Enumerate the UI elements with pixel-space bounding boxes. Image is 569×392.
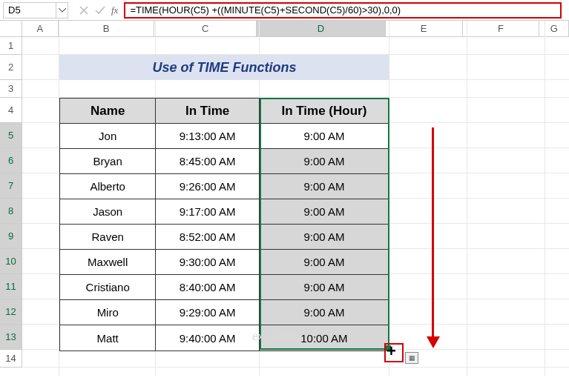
- cancel-formula-button[interactable]: [76, 2, 92, 19]
- page-title: Use of TIME Functions: [59, 55, 389, 80]
- table-header-row: Name In Time In Time (Hour): [60, 99, 389, 124]
- cell-name[interactable]: Jason: [60, 199, 156, 225]
- table-row[interactable]: Raven8:52:00 AM9:00 AM: [60, 225, 389, 250]
- cell-name[interactable]: Cristiano: [60, 275, 156, 300]
- cell-in-time[interactable]: 9:17:00 AM: [156, 199, 259, 225]
- row-header-10[interactable]: 10: [0, 249, 22, 274]
- cell-name[interactable]: Alberto: [60, 174, 156, 199]
- row-header-1[interactable]: 1: [0, 37, 22, 55]
- row-header-9[interactable]: 9: [0, 224, 22, 249]
- cell-in-time[interactable]: 9:26:00 AM: [156, 174, 259, 199]
- arrow-annotation-head: [427, 336, 440, 348]
- cell-in-time-hour[interactable]: 9:00 AM: [260, 275, 389, 300]
- cell-in-time[interactable]: 8:52:00 AM: [156, 225, 259, 250]
- cell-name[interactable]: Jon: [60, 124, 156, 149]
- row-header-5[interactable]: 5: [0, 123, 22, 148]
- cell-in-time[interactable]: 8:40:00 AM: [156, 275, 259, 300]
- cell-in-time[interactable]: 8:45:00 AM: [156, 149, 259, 174]
- cell-in-time-hour[interactable]: 10:00 AM: [260, 325, 389, 351]
- row-header-12[interactable]: 12: [0, 299, 22, 325]
- row-header-3[interactable]: 3: [0, 80, 22, 98]
- confirm-formula-button[interactable]: [92, 2, 108, 19]
- cell-in-time-hour[interactable]: 9:00 AM: [260, 124, 389, 149]
- row-header-7[interactable]: 7: [0, 173, 22, 199]
- data-table: Name In Time In Time (Hour) Jon9:13:00 A…: [59, 98, 389, 351]
- formula-bar[interactable]: =TIME(HOUR(C5) +((MINUTE(C5)+SECOND(C5)/…: [124, 2, 562, 19]
- name-box-dropdown[interactable]: [56, 2, 68, 19]
- header-in-time: In Time: [156, 99, 259, 124]
- cell-in-time[interactable]: 9:13:00 AM: [156, 124, 259, 149]
- table-row[interactable]: Alberto9:26:00 AM9:00 AM: [60, 174, 389, 199]
- check-icon: [95, 6, 105, 15]
- cell-name[interactable]: Miro: [60, 300, 156, 325]
- row-header-14[interactable]: 14: [0, 350, 22, 368]
- name-box[interactable]: D5: [3, 2, 56, 19]
- table-row[interactable]: Jon9:13:00 AM9:00 AM: [60, 124, 389, 149]
- row-header-4[interactable]: 4: [0, 98, 22, 123]
- plus-cursor-icon: +: [387, 343, 396, 359]
- cell-name[interactable]: Raven: [60, 225, 156, 250]
- fx-icon[interactable]: fx: [108, 4, 121, 16]
- cell-in-time-hour[interactable]: 9:00 AM: [260, 199, 389, 225]
- cell-in-time-hour[interactable]: 9:00 AM: [260, 174, 389, 199]
- cell-in-time-hour[interactable]: 9:00 AM: [260, 300, 389, 325]
- table-row[interactable]: Miro9:29:00 AM9:00 AM: [60, 300, 389, 325]
- header-in-time-hour: In Time (Hour): [260, 99, 389, 124]
- cell-name[interactable]: Bryan: [60, 149, 156, 174]
- arrow-annotation-line: [432, 127, 434, 339]
- row-header-13[interactable]: 13: [0, 325, 22, 350]
- table-row[interactable]: Bryan8:45:00 AM9:00 AM: [60, 149, 389, 174]
- cell-in-time[interactable]: 9:30:00 AM: [156, 250, 259, 275]
- cell-in-time[interactable]: 9:40:00 AM: [156, 325, 259, 351]
- spreadsheet-grid[interactable]: A B C D E F G 1 2 3 4 5 6 7 8 9 10 11 12…: [0, 21, 569, 37]
- x-icon: [79, 6, 88, 15]
- cell-in-time-hour[interactable]: 9:00 AM: [260, 149, 389, 174]
- cell-in-time[interactable]: 9:29:00 AM: [156, 300, 259, 325]
- header-name: Name: [60, 99, 156, 124]
- select-all-corner[interactable]: [0, 21, 22, 37]
- row-header-2[interactable]: 2: [0, 55, 22, 80]
- autofill-options-button[interactable]: ▦: [405, 352, 418, 364]
- row-header-11[interactable]: 11: [0, 274, 22, 299]
- chevron-down-icon: [59, 8, 66, 13]
- cell-in-time-hour[interactable]: 9:00 AM: [260, 225, 389, 250]
- cell-in-time-hour[interactable]: 9:00 AM: [260, 250, 389, 275]
- table-row[interactable]: Cristiano8:40:00 AM9:00 AM: [60, 275, 389, 300]
- cell-name[interactable]: Maxwell: [60, 250, 156, 275]
- row-header-6[interactable]: 6: [0, 148, 22, 173]
- table-row[interactable]: Maxwell9:30:00 AM9:00 AM: [60, 250, 389, 275]
- table-row[interactable]: Matt9:40:00 AM10:00 AM: [60, 325, 389, 351]
- formula-bar-row: D5 fx =TIME(HOUR(C5) +((MINUTE(C5)+SECON…: [0, 0, 569, 21]
- table-row[interactable]: Jason9:17:00 AM9:00 AM: [60, 199, 389, 225]
- row-header-8[interactable]: 8: [0, 199, 22, 224]
- cell-name[interactable]: Matt: [60, 325, 156, 351]
